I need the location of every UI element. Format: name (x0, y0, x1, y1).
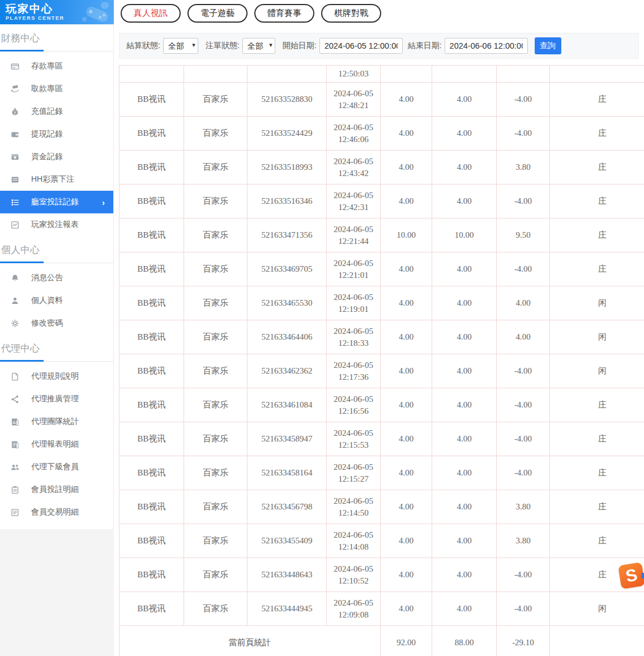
cell-game: 百家乐 (184, 117, 248, 151)
cell-game: 百家乐 (184, 592, 248, 626)
cell-valid-amount: 4.00 (432, 592, 497, 626)
cell-bet-amount: 4.00 (381, 83, 432, 117)
cell-win-loss: -4.00 (497, 185, 550, 218)
sidebar-item-recharge-records[interactable]: 充值記錄 (0, 100, 113, 123)
section-heading-underline (0, 261, 113, 263)
cell-empty (432, 66, 497, 83)
cell-game: 百家乐 (184, 558, 248, 592)
sidebar-item-withdraw-area[interactable]: 取款專區 (0, 78, 113, 100)
cell-bet-amount: 4.00 (381, 185, 432, 218)
bell-icon (10, 273, 20, 283)
cell-empty (381, 66, 432, 83)
cell-platform: BB视讯 (120, 117, 184, 151)
cell-platform: BB视讯 (120, 286, 184, 320)
cell-platform: BB视讯 (120, 558, 184, 592)
cell-valid-amount: 4.00 (432, 83, 497, 117)
cell-result: 庄 (550, 524, 644, 558)
cell-order-number: 521633528830 (248, 83, 327, 117)
cell-empty (120, 66, 184, 83)
sidebar-item-label: 代理推廣管理 (31, 394, 79, 404)
tab-electronic-games[interactable]: 電子遊藝 (187, 4, 248, 23)
cell-bet-time: 2024-06-0512:21:01 (327, 252, 381, 286)
sidebar-item-label: 會員交易明細 (31, 507, 79, 517)
cell-valid-amount: 4.00 (432, 524, 497, 558)
bet-records-table-wrap: 12:50:03BB视讯百家乐5216335288302024-06-0512:… (119, 65, 644, 656)
cell-game: 百家乐 (184, 218, 248, 252)
moneybag-icon (10, 107, 20, 117)
cell-platform: BB视讯 (120, 151, 184, 185)
category-tabbar: 真人視訊電子遊藝體育賽事棋牌對戰 (114, 0, 644, 27)
query-button[interactable]: 查詢 (535, 37, 561, 54)
cell-bet-time: 2024-06-0512:43:42 (327, 151, 381, 185)
cell-valid-amount: 4.00 (432, 354, 497, 388)
sidebar-item-label: 存款專區 (31, 61, 63, 71)
cell-win-loss: -4.00 (497, 456, 550, 490)
cell-result: 庄 (550, 422, 644, 456)
sidebar-item-deposit-area[interactable]: 存款專區 (0, 55, 113, 78)
table-row: BB视讯百家乐5216334581642024-06-0512:15:274.0… (120, 456, 644, 490)
end-date-input[interactable] (445, 38, 528, 54)
cell-bet-amount: 4.00 (381, 354, 432, 388)
cell-empty (497, 66, 550, 83)
table-row: BB视讯百家乐5216335244292024-06-0512:46:064.0… (120, 117, 644, 151)
sidebar-item-player-bet-report[interactable]: 玩家投注報表 (0, 213, 113, 236)
sidebar-item-agent-report-detail[interactable]: 代理報表明細 (0, 433, 113, 456)
sidebar-item-member-transaction-detail[interactable]: 會員交易明細 (0, 501, 113, 524)
cell-bet-amount: 4.00 (381, 252, 432, 286)
sidebar-item-hh-lottery-bets[interactable]: HH彩票下注 (0, 168, 113, 191)
cell-win-loss: -4.00 (497, 558, 550, 592)
gamepad-decoration-icon (73, 2, 113, 24)
tab-board-card-battle[interactable]: 棋牌對戰 (321, 4, 381, 23)
cell-valid-amount: 4.00 (432, 422, 497, 456)
cell-result: 闲 (550, 320, 644, 354)
sidebar-item-agent-promotion[interactable]: 代理推廣管理 (0, 388, 113, 410)
sidebar-item-withdrawal-records[interactable]: 提現記錄 (0, 123, 113, 145)
cell-game: 百家乐 (184, 185, 248, 218)
settle-status-select[interactable]: 全部 (163, 38, 198, 54)
cell-order-number: 521633464406 (248, 320, 327, 354)
sidebar-item-announcements[interactable]: 消息公告 (0, 267, 113, 289)
cell-win-loss: -4.00 (497, 354, 550, 388)
order-status-select-wrap: 全部 (242, 38, 275, 54)
cell-win-loss: -4.00 (497, 388, 550, 422)
sogou-input-icon[interactable]: S (618, 562, 644, 589)
user-icon (10, 296, 20, 306)
cell-bet-time: 2024-06-0512:16:56 (327, 388, 381, 422)
sidebar-item-label: 會員投註明細 (31, 485, 79, 495)
sidebar-item-profile[interactable]: 個人資料 (0, 289, 113, 312)
list-icon (10, 508, 20, 517)
table-footer-row: 當前頁統計92.0088.00-29.10 (120, 626, 644, 656)
sidebar-item-member-bet-detail[interactable]: 會員投註明細 (0, 478, 113, 501)
sidebar-item-agent-rules[interactable]: 代理規則說明 (0, 365, 113, 388)
cell-bet-time: 2024-06-0512:15:53 (327, 422, 381, 456)
cell-game: 百家乐 (184, 354, 248, 388)
cell-empty (550, 66, 644, 83)
sidebar-item-agent-team-stats[interactable]: 代理團隊統計 (0, 410, 113, 433)
table-row-partial: 12:50:03 (120, 66, 644, 83)
cell-win-loss: -4.00 (497, 83, 550, 117)
table-row: BB视讯百家乐5216334644062024-06-0512:18:334.0… (120, 320, 644, 354)
table-row: BB视讯百家乐5216334697052024-06-0512:21:014.0… (120, 252, 644, 286)
cell-platform: BB视讯 (120, 218, 184, 252)
sidebar-item-room-bet-records[interactable]: 廳室投註記錄› (0, 191, 113, 213)
cell-win-loss: -4.00 (497, 422, 550, 456)
section-heading: 代理中心 (0, 335, 113, 355)
sidebar-item-change-password[interactable]: 修改密碼 (0, 312, 113, 335)
cell-order-number: 521633455409 (248, 524, 327, 558)
cell-order-number: 521633516346 (248, 185, 327, 218)
cell-win-loss: -4.00 (497, 592, 550, 626)
start-date-input[interactable] (319, 38, 403, 54)
cell-order-number: 521633462362 (248, 354, 327, 388)
cell-valid-amount: 4.00 (432, 320, 497, 354)
sidebar-item-agent-sub-members[interactable]: 代理下級會員 (0, 456, 113, 478)
cell-win-loss: 9.50 (497, 218, 550, 252)
tab-live-video[interactable]: 真人視訊 (121, 4, 181, 23)
sidebar-item-funds-records[interactable]: 資金記錄 (0, 145, 113, 168)
order-status-select[interactable]: 全部 (242, 38, 275, 54)
tab-sports-events[interactable]: 體育賽事 (254, 4, 314, 23)
cell-valid-amount: 4.00 (432, 185, 497, 218)
cell-game: 百家乐 (184, 286, 248, 320)
cell-bet-amount: 10.00 (381, 218, 432, 252)
cell-valid-amount: 10.00 (432, 218, 497, 252)
wallet-icon (10, 130, 20, 139)
